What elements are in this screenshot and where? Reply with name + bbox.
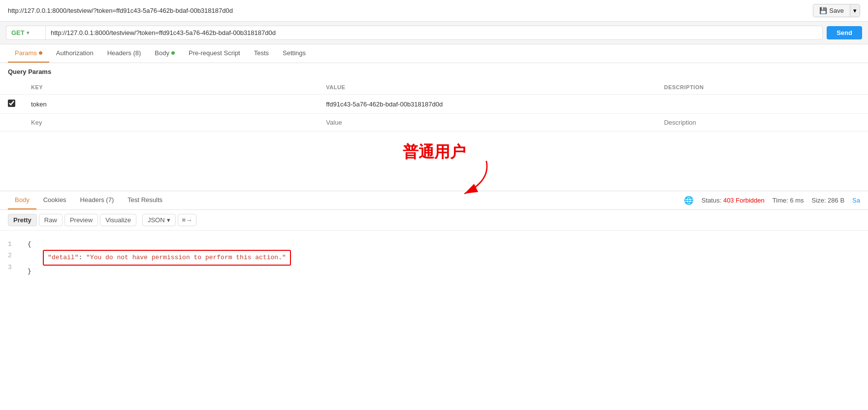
wrap-button[interactable]: ≡→ xyxy=(178,214,197,226)
params-dot xyxy=(39,51,42,55)
chevron-down-icon: ▾ xyxy=(167,216,170,224)
request-line: GET ▾ Send xyxy=(0,22,868,44)
query-params-title: Query Params xyxy=(0,63,868,80)
response-tabs-bar: Body Cookies Headers (7) Test Results 🌐 … xyxy=(0,191,868,210)
code-line-1: { xyxy=(28,239,860,250)
response-tab-cookies[interactable]: Cookies xyxy=(36,191,73,209)
line-numbers: 1 2 3 xyxy=(0,239,20,277)
save-response-button[interactable]: Sa xyxy=(852,197,860,204)
tab-prerequest[interactable]: Pre-request Script xyxy=(182,44,247,63)
table-row: token ffd91c43-5a76-462b-bdaf-00b318187d… xyxy=(0,95,868,114)
annotation-area: 普通用户 xyxy=(0,132,868,191)
raw-button[interactable]: Raw xyxy=(39,214,63,226)
method-label: GET xyxy=(11,29,25,36)
tab-body[interactable]: Body xyxy=(148,44,182,63)
wrap-icon: ≡→ xyxy=(182,216,193,224)
response-tabs: Body Cookies Headers (7) Test Results xyxy=(8,191,169,209)
request-tabs: Params Authorization Headers (8) Body Pr… xyxy=(0,44,868,63)
tab-tests[interactable]: Tests xyxy=(247,44,276,63)
tab-settings[interactable]: Settings xyxy=(276,44,313,63)
visualize-button[interactable]: Visualize xyxy=(100,214,136,226)
method-selector[interactable]: GET ▾ xyxy=(6,26,45,40)
code-content: { "detail": "You do not have permission … xyxy=(20,239,868,277)
response-tab-test-results[interactable]: Test Results xyxy=(121,191,169,209)
code-view: 1 2 3 { "detail": "You do not have permi… xyxy=(0,231,868,285)
send-button[interactable]: Send xyxy=(827,26,862,39)
query-params-section: Query Params KEY VALUE DESCRIPTION token… xyxy=(0,63,868,132)
format-bar: Pretty Raw Preview Visualize JSON ▾ ≡→ xyxy=(0,210,868,231)
params-table: KEY VALUE DESCRIPTION token ffd91c43-5a7… xyxy=(0,80,868,132)
save-dropdown-button[interactable]: ▾ xyxy=(850,4,860,17)
time-label: Time: 6 ms xyxy=(772,197,804,204)
response-tab-body[interactable]: Body xyxy=(8,191,36,209)
url-input[interactable] xyxy=(45,26,823,40)
new-value-input[interactable] xyxy=(326,119,648,126)
description-column-header: DESCRIPTION xyxy=(656,80,868,95)
globe-icon: 🌐 xyxy=(684,196,694,205)
response-tab-headers[interactable]: Headers (7) xyxy=(73,191,121,209)
tab-authorization[interactable]: Authorization xyxy=(49,44,100,63)
value-column-header: VALUE xyxy=(318,80,656,95)
tab-params[interactable]: Params xyxy=(8,44,49,63)
pretty-button[interactable]: Pretty xyxy=(8,214,37,226)
row-checkbox[interactable] xyxy=(8,100,15,107)
param-key-cell: token xyxy=(23,95,318,114)
body-dot xyxy=(171,51,175,55)
new-param-row xyxy=(0,114,868,132)
size-label: Size: 286 B xyxy=(812,197,845,204)
code-line-3: } xyxy=(28,266,860,277)
status-label: Status: 403 Forbidden xyxy=(702,197,765,204)
response-section: Body Cookies Headers (7) Test Results 🌐 … xyxy=(0,191,868,285)
chevron-down-icon: ▾ xyxy=(27,30,29,35)
save-icon: 💾 xyxy=(819,7,827,14)
key-column-header: KEY xyxy=(23,80,318,95)
annotation-arrow xyxy=(448,159,507,200)
param-value-cell: ffd91c43-5a76-462b-bdaf-00b318187d0d xyxy=(318,95,656,114)
tab-headers[interactable]: Headers (8) xyxy=(100,44,148,63)
param-desc-cell xyxy=(656,95,868,114)
new-key-input[interactable] xyxy=(31,119,310,126)
save-button[interactable]: 💾 Save xyxy=(813,4,850,17)
preview-button[interactable]: Preview xyxy=(64,214,98,226)
new-desc-input[interactable] xyxy=(664,119,860,126)
code-line-2: "detail": "You do not have permission to… xyxy=(28,250,860,265)
url-bar: http://127.0.0.1:8000/testview/?token=ff… xyxy=(0,0,868,22)
format-dropdown[interactable]: JSON ▾ xyxy=(142,214,176,226)
url-display: http://127.0.0.1:8000/testview/?token=ff… xyxy=(8,7,233,14)
response-meta: 🌐 Status: 403 Forbidden Time: 6 ms Size:… xyxy=(684,196,860,205)
